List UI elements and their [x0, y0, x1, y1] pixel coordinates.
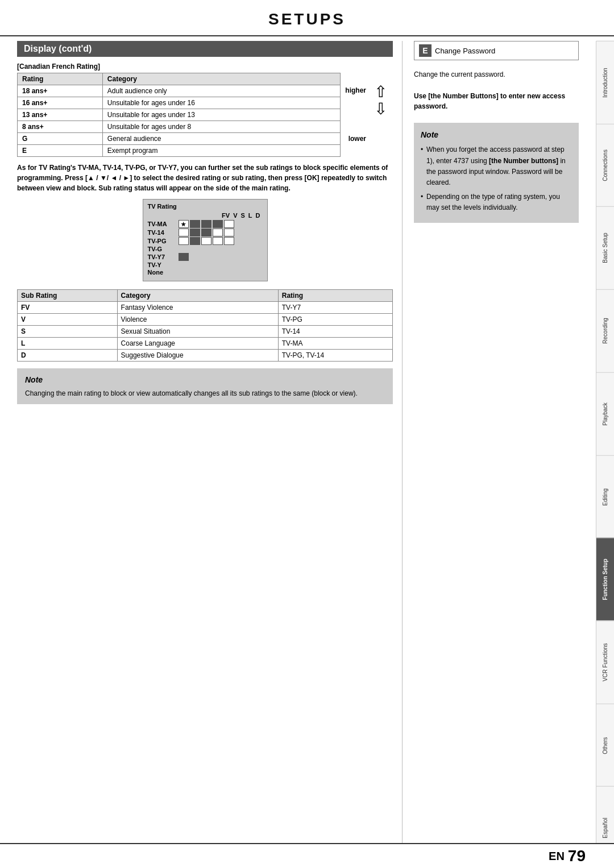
footer-page: 79	[568, 847, 586, 865]
tv-rating-row-tvy: TV-Y	[148, 261, 263, 268]
table-row: 13 ans+ Unsuitable for ages under 13	[18, 109, 369, 121]
note-bullets: When you forget the access password at s…	[421, 144, 572, 213]
note-bullet-1: When you forget the access password at s…	[421, 144, 572, 188]
tv-rating-row-tv14: TV-14	[148, 229, 263, 236]
tv-cell	[179, 237, 189, 245]
rating-paragraph: As for TV Rating's TV-MA, TV-14, TV-PG, …	[17, 163, 393, 193]
sub-rating-header-category: Category	[117, 290, 278, 302]
down-arrow-icon: ⇩	[374, 101, 387, 117]
tv-cell	[224, 220, 234, 228]
tv-cell	[179, 229, 189, 236]
note-title-left: Note	[25, 374, 385, 386]
tv-cell	[201, 237, 211, 245]
sidebar-tab-recording[interactable]: Recording	[596, 289, 614, 372]
cfr-label: [Canadian French Rating]	[17, 63, 393, 70]
table-row: G General audience lower	[18, 133, 369, 145]
note-box-left: Note Changing the main rating to block o…	[17, 368, 393, 404]
tv-cell	[201, 229, 211, 236]
tv-cell	[213, 237, 223, 245]
sidebar-tab-others[interactable]: Others	[596, 704, 614, 787]
step-e-box: E Change Password	[414, 41, 579, 60]
tv-rating-row-tvma: TV-MA ★	[148, 220, 263, 228]
tv-rating-box: TV Rating FV V S L D TV-MA ★	[143, 199, 268, 281]
tv-cell	[190, 229, 200, 236]
table-row: L Coarse Language TV-MA	[18, 338, 393, 350]
table-row: E Exempt program	[18, 145, 369, 157]
table-row: V Violence TV-PG	[18, 314, 393, 326]
table-row: 16 ans+ Unsuitable for ages under 16	[18, 97, 369, 109]
tv-rating-header: FV V S L D	[148, 212, 263, 219]
sidebar-tab-basic-setup[interactable]: Basic Setup	[596, 206, 614, 289]
footer-en: EN	[549, 850, 565, 863]
step-e-desc: Change Password	[435, 47, 495, 55]
note-bullet-2: Depending on the type of rating system, …	[421, 192, 572, 213]
note-title-right: Note	[421, 128, 572, 141]
cfr-table: Rating Category 18 ans+ Adult audience o…	[17, 73, 368, 157]
tv-cell	[179, 253, 189, 261]
tv-cell	[190, 237, 200, 245]
note-box-right: Note When you forget the access password…	[414, 123, 579, 223]
sidebar-tab-editing[interactable]: Editing	[596, 455, 614, 538]
step-e-letter: E	[419, 44, 432, 57]
table-row: S Sexual Situation TV-14	[18, 326, 393, 338]
tv-cell	[201, 220, 211, 228]
tv-rating-row-none: None	[148, 269, 263, 276]
sidebar-tab-vcr-functions[interactable]: VCR Functions	[596, 621, 614, 704]
table-row: 18 ans+ Adult audience only higher	[18, 85, 369, 97]
sidebar-tab-function-setup[interactable]: Function Setup	[596, 538, 614, 621]
sub-rating-header-rating: Rating	[278, 290, 392, 302]
footer: EN 79	[0, 843, 614, 868]
tv-cell: ★	[179, 220, 189, 228]
table-row: FV Fantasy Violence TV-Y7	[18, 302, 393, 314]
rating-arrows: ⇧ ⇩	[368, 84, 393, 117]
tv-cell	[224, 229, 234, 236]
cfr-header-extra	[340, 73, 368, 85]
tv-rating-row-tvy7: TV-Y7	[148, 253, 263, 261]
sidebar-tab-introduction[interactable]: Introduction	[596, 41, 614, 124]
step-e-instruction: Use [the Number Buttons] to enter new ac…	[414, 91, 579, 111]
right-col: E Change Password Change the current pas…	[403, 41, 596, 868]
sub-rating-header-sub: Sub Rating	[18, 290, 118, 302]
tv-cell	[190, 220, 200, 228]
sidebar-tab-connections[interactable]: Connections	[596, 124, 614, 207]
cfr-header-category: Category	[102, 73, 340, 85]
tv-rating-row-tvpg: TV-PG	[148, 237, 263, 245]
cfr-header-rating: Rating	[18, 73, 103, 85]
tv-cell	[224, 237, 234, 245]
up-arrow-icon: ⇧	[374, 84, 387, 100]
table-row: 8 ans+ Unsuitable for ages under 8	[18, 121, 369, 133]
tv-rating-row-tvg: TV-G	[148, 246, 263, 252]
sub-rating-table: Sub Rating Category Rating FV Fantasy Vi…	[17, 289, 393, 362]
tv-rating-title: TV Rating	[148, 203, 263, 210]
table-row: D Suggestive Dialogue TV-PG, TV-14	[18, 350, 393, 362]
section-header: Display (cont'd)	[17, 41, 393, 57]
sidebar: Introduction Connections Basic Setup Rec…	[596, 41, 614, 868]
tv-cell	[213, 220, 223, 228]
sidebar-tab-playback[interactable]: Playback	[596, 372, 614, 455]
step-e-sub: Change the current password.	[414, 69, 579, 80]
note-text-left: Changing the main rating to block or vie…	[25, 388, 385, 398]
page-title: SETUPS	[0, 0, 614, 35]
tv-cell	[213, 229, 223, 236]
